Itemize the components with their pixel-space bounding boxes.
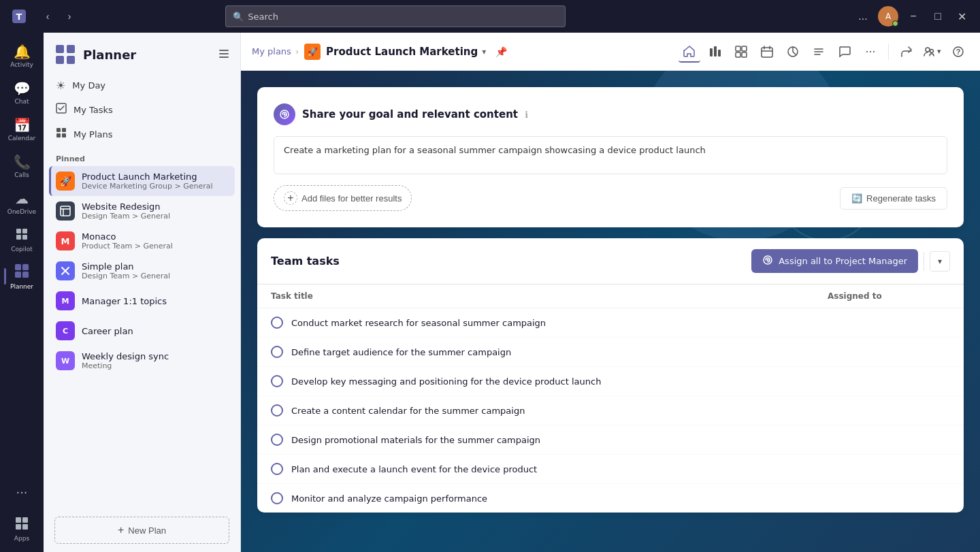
search-bar[interactable]: 🔍 Search (225, 5, 566, 27)
task-checkbox-2[interactable] (271, 346, 283, 358)
sidebar-title: Planner (83, 48, 136, 62)
share-button[interactable] (896, 41, 917, 63)
members-button[interactable]: ▾ (921, 41, 943, 63)
task-text-4: Create a content calendar for the summer… (291, 406, 525, 416)
pin-icon[interactable]: 📌 (495, 46, 507, 57)
back-button[interactable]: ‹ (38, 7, 57, 26)
sidebar-header: Planner (44, 33, 240, 71)
svg-rect-24 (56, 133, 61, 137)
plan-name-chevron[interactable]: ▾ (482, 47, 486, 56)
add-files-button[interactable]: + Add files for better results (274, 185, 412, 211)
task-checkbox-3[interactable] (271, 375, 283, 387)
sidebar-nav: ☀ My Day My Tasks (44, 71, 240, 149)
sidebar-item-more[interactable]: ··· (4, 474, 39, 510)
regenerate-button[interactable]: 🔄 Regenerate tasks (840, 187, 947, 210)
svg-rect-34 (762, 48, 772, 57)
sidebar-item-copilot[interactable]: Copilot (4, 222, 39, 257)
plan-item-manager-topics[interactable]: M Manager 1:1 topics (49, 286, 235, 316)
svg-rect-16 (56, 56, 64, 64)
plan-icon-career-plan: C (56, 321, 75, 340)
goal-footer: + Add files for better results 🔄 Regener… (274, 185, 947, 211)
goal-input[interactable] (274, 136, 947, 174)
goal-info-icon[interactable]: ℹ (525, 110, 528, 120)
nav-my-plans[interactable]: My Plans (49, 122, 235, 146)
plan-item-website-redesign[interactable]: Website Redesign Design Team > General (49, 196, 235, 226)
sidebar-item-calls[interactable]: 📞 Calls (4, 148, 39, 184)
plan-item-monaco[interactable]: M Monaco Product Team > General (49, 226, 235, 256)
svg-rect-6 (15, 264, 21, 270)
regenerate-label: Regenerate tasks (866, 193, 936, 204)
table-row: Design promotional materials for the sum… (257, 425, 964, 455)
plan-item-weekly-design[interactable]: W Weekly design sync Meeting (49, 346, 235, 376)
plan-text-career-plan: Career plan (82, 326, 133, 336)
sidebar-toggle-button[interactable] (218, 48, 229, 61)
tab-home-button[interactable] (679, 41, 700, 63)
plan-header-icon: 🚀 (304, 44, 321, 60)
chat-label: Chat (14, 98, 29, 105)
planner-rail-icon (14, 263, 29, 282)
tab-schedule-button[interactable] (756, 41, 778, 63)
plan-name-career-plan: Career plan (82, 326, 133, 336)
plan-item-career-plan[interactable]: C Career plan (49, 316, 235, 346)
minimize-button[interactable]: − (904, 7, 923, 26)
sidebar-item-apps[interactable]: Apps (4, 511, 39, 547)
task-checkbox-1[interactable] (271, 316, 283, 329)
table-row: Plan and execute a launch event for the … (257, 455, 964, 484)
task-checkbox-4[interactable] (271, 404, 283, 417)
tab-checklist-button[interactable] (808, 41, 830, 63)
close-button[interactable]: ✕ (953, 7, 972, 26)
svg-rect-27 (710, 48, 713, 56)
task-left-4: Create a content calendar for the summer… (271, 404, 828, 417)
sidebar-item-onedrive[interactable]: ☁ OneDrive (4, 185, 39, 221)
search-placeholder: Search (248, 12, 278, 22)
tab-chat-button[interactable] (834, 41, 855, 63)
plan-item-simple-plan[interactable]: Simple plan Design Team > General (49, 256, 235, 286)
help-button[interactable]: ? (947, 41, 969, 63)
plan-name-product-launch: Product Launch Marketing (82, 172, 212, 182)
sidebar-item-chat[interactable]: 💬 Chat (4, 75, 39, 110)
copilot-label: Copilot (11, 246, 33, 253)
task-checkbox-7[interactable] (271, 492, 283, 504)
app-container: 🔔 Activity 💬 Chat 📅 Calendar 📞 Calls ☁ O… (0, 0, 980, 552)
onedrive-icon: ☁ (15, 191, 29, 207)
sidebar-item-planner[interactable]: Planner (4, 259, 39, 294)
task-checkbox-6[interactable] (271, 463, 283, 475)
tasks-header-right: Assign all to Project Manager ▾ (751, 249, 950, 273)
tab-more-button[interactable]: ··· (860, 41, 881, 63)
tasks-collapse-button[interactable]: ▾ (930, 251, 950, 272)
task-checkbox-5[interactable] (271, 434, 283, 446)
copilot-goal-icon (274, 103, 295, 125)
online-indicator (892, 20, 898, 27)
my-plans-breadcrumb[interactable]: My plans (252, 46, 291, 56)
members-chevron: ▾ (937, 47, 941, 56)
more-button[interactable]: ... (853, 7, 872, 26)
new-plan-button[interactable]: + New Plan (54, 517, 229, 544)
tab-board-button[interactable] (704, 41, 726, 63)
add-files-label: Add files for better results (301, 193, 402, 204)
plan-item-product-launch[interactable]: 🚀 Product Launch Marketing Device Market… (49, 166, 235, 196)
assign-all-button[interactable]: Assign all to Project Manager (751, 249, 918, 273)
goal-title: Share your goal and relevant content (302, 108, 518, 120)
task-text-6: Plan and execute a launch event for the … (291, 464, 537, 474)
col-task-title: Task title (271, 291, 828, 301)
tab-grid-button[interactable] (730, 41, 752, 63)
plus-icon: + (118, 524, 124, 536)
plan-icon-monaco: M (56, 231, 75, 250)
nav-my-day[interactable]: ☀ My Day (49, 74, 235, 97)
topbar: My plans › 🚀 Product Launch Marketing ▾ … (241, 33, 980, 71)
plan-text-monaco: Monaco Product Team > General (82, 231, 173, 250)
my-day-label: My Day (72, 80, 105, 91)
tasks-table-header: Task title Assigned to (257, 285, 964, 308)
svg-text:?: ? (956, 48, 961, 56)
task-text-7: Monitor and analyze campaign performance (291, 493, 487, 504)
forward-button[interactable]: › (60, 7, 79, 26)
tab-analytics-button[interactable] (782, 41, 804, 63)
nav-my-tasks[interactable]: My Tasks (49, 97, 235, 122)
sidebar-item-calendar[interactable]: 📅 Calendar (4, 112, 39, 147)
sidebar-item-activity[interactable]: 🔔 Activity (4, 38, 39, 74)
svg-rect-15 (67, 45, 75, 53)
maximize-button[interactable]: □ (928, 7, 947, 26)
svg-point-41 (284, 114, 286, 116)
avatar[interactable]: A (878, 6, 898, 27)
plan-header-logo: 🚀 (308, 47, 318, 56)
